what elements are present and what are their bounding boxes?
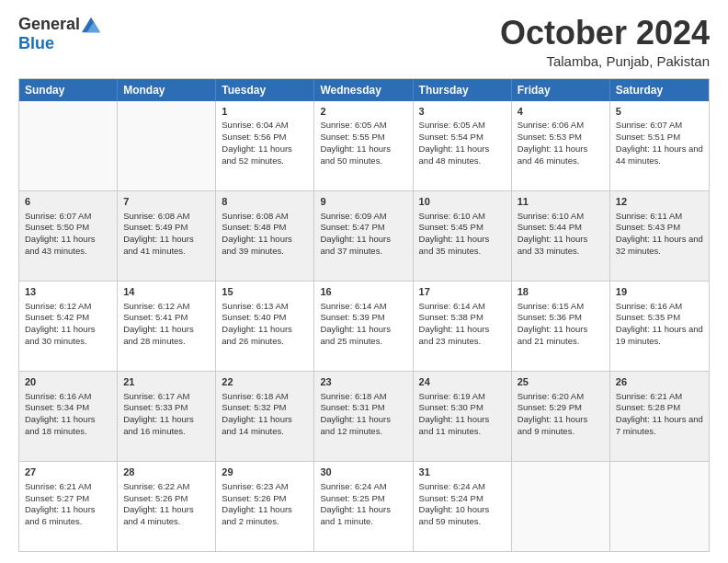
calendar-cell-r1-c1: 7Sunrise: 6:08 AMSunset: 5:49 PMDaylight… xyxy=(118,191,216,281)
sunrise-text: Sunrise: 6:12 AM xyxy=(25,301,91,311)
sunset-text: Sunset: 5:50 PM xyxy=(25,222,89,232)
calendar-row-0: 1Sunrise: 6:04 AMSunset: 5:56 PMDaylight… xyxy=(19,101,709,190)
daylight-text: Daylight: 11 hours and 44 minutes. xyxy=(616,144,703,166)
daylight-text: Daylight: 11 hours and 16 minutes. xyxy=(123,414,194,436)
day-number: 28 xyxy=(123,465,210,479)
day-number: 25 xyxy=(518,375,604,389)
daylight-text: Daylight: 11 hours and 26 minutes. xyxy=(222,324,292,346)
logo-general: General xyxy=(18,15,80,34)
calendar-cell-r1-c0: 6Sunrise: 6:07 AMSunset: 5:50 PMDaylight… xyxy=(19,191,118,281)
header-thursday: Thursday xyxy=(414,79,512,101)
day-number: 11 xyxy=(518,195,604,209)
sunrise-text: Sunrise: 6:24 AM xyxy=(320,481,386,491)
location-title: Talamba, Punjab, Pakistan xyxy=(500,53,710,69)
day-number: 5 xyxy=(616,105,703,119)
sunrise-text: Sunrise: 6:04 AM xyxy=(222,120,288,130)
calendar-cell-r3-c2: 22Sunrise: 6:18 AMSunset: 5:32 PMDayligh… xyxy=(216,372,314,461)
sunset-text: Sunset: 5:33 PM xyxy=(123,402,188,412)
sunset-text: Sunset: 5:27 PM xyxy=(25,493,89,503)
sunrise-text: Sunrise: 6:16 AM xyxy=(616,301,682,311)
calendar-cell-r2-c3: 16Sunrise: 6:14 AMSunset: 5:39 PMDayligh… xyxy=(314,282,413,371)
daylight-text: Daylight: 11 hours and 35 minutes. xyxy=(419,234,490,256)
day-number: 14 xyxy=(123,285,210,299)
daylight-text: Daylight: 11 hours and 7 minutes. xyxy=(616,414,703,436)
calendar-cell-r2-c1: 14Sunrise: 6:12 AMSunset: 5:41 PMDayligh… xyxy=(118,282,216,371)
daylight-text: Daylight: 11 hours and 43 minutes. xyxy=(25,234,96,256)
sunrise-text: Sunrise: 6:21 AM xyxy=(25,481,91,491)
calendar-cell-r2-c5: 18Sunrise: 6:15 AMSunset: 5:36 PMDayligh… xyxy=(512,282,610,371)
daylight-text: Daylight: 11 hours and 52 minutes. xyxy=(222,144,292,166)
sunset-text: Sunset: 5:48 PM xyxy=(222,222,286,232)
day-number: 6 xyxy=(25,195,111,209)
daylight-text: Daylight: 11 hours and 14 minutes. xyxy=(222,414,292,436)
calendar-cell-r2-c0: 13Sunrise: 6:12 AMSunset: 5:42 PMDayligh… xyxy=(19,282,118,371)
calendar-cell-r0-c1 xyxy=(118,101,216,190)
sunrise-text: Sunrise: 6:18 AM xyxy=(320,391,386,401)
day-number: 3 xyxy=(419,105,506,119)
day-number: 17 xyxy=(419,285,506,299)
daylight-text: Daylight: 11 hours and 46 minutes. xyxy=(518,144,588,166)
calendar-cell-r4-c5 xyxy=(512,462,610,551)
logo-icon xyxy=(82,17,100,33)
daylight-text: Daylight: 11 hours and 25 minutes. xyxy=(320,324,391,346)
sunrise-text: Sunrise: 6:20 AM xyxy=(518,391,584,401)
sunset-text: Sunset: 5:41 PM xyxy=(123,312,188,322)
header: General Blue October 2024 Talamba, Punja… xyxy=(18,15,710,69)
calendar-cell-r0-c2: 1Sunrise: 6:04 AMSunset: 5:56 PMDaylight… xyxy=(216,101,314,190)
calendar-cell-r1-c4: 10Sunrise: 6:10 AMSunset: 5:45 PMDayligh… xyxy=(414,191,512,281)
daylight-text: Daylight: 11 hours and 50 minutes. xyxy=(320,144,391,166)
daylight-text: Daylight: 11 hours and 4 minutes. xyxy=(123,504,194,526)
sunset-text: Sunset: 5:40 PM xyxy=(222,312,286,322)
calendar-row-4: 27Sunrise: 6:21 AMSunset: 5:27 PMDayligh… xyxy=(19,461,709,551)
sunset-text: Sunset: 5:26 PM xyxy=(123,493,188,503)
calendar-cell-r4-c0: 27Sunrise: 6:21 AMSunset: 5:27 PMDayligh… xyxy=(19,462,118,551)
sunset-text: Sunset: 5:45 PM xyxy=(419,222,483,232)
daylight-text: Daylight: 11 hours and 12 minutes. xyxy=(320,414,391,436)
day-number: 22 xyxy=(222,375,308,389)
header-wednesday: Wednesday xyxy=(314,79,413,101)
day-number: 13 xyxy=(25,285,111,299)
daylight-text: Daylight: 11 hours and 48 minutes. xyxy=(419,144,490,166)
calendar-body: 1Sunrise: 6:04 AMSunset: 5:56 PMDaylight… xyxy=(19,101,709,551)
sunset-text: Sunset: 5:47 PM xyxy=(320,222,384,232)
sunset-text: Sunset: 5:31 PM xyxy=(320,402,384,412)
sunset-text: Sunset: 5:42 PM xyxy=(25,312,89,322)
sunset-text: Sunset: 5:49 PM xyxy=(123,222,188,232)
sunset-text: Sunset: 5:35 PM xyxy=(616,312,680,322)
sunset-text: Sunset: 5:44 PM xyxy=(518,222,582,232)
sunset-text: Sunset: 5:32 PM xyxy=(222,402,286,412)
sunrise-text: Sunrise: 6:07 AM xyxy=(25,211,91,221)
day-number: 1 xyxy=(222,105,308,119)
calendar-row-2: 13Sunrise: 6:12 AMSunset: 5:42 PMDayligh… xyxy=(19,281,709,371)
sunset-text: Sunset: 5:30 PM xyxy=(419,402,483,412)
day-number: 24 xyxy=(419,375,506,389)
sunrise-text: Sunrise: 6:08 AM xyxy=(222,211,288,221)
calendar-cell-r4-c1: 28Sunrise: 6:22 AMSunset: 5:26 PMDayligh… xyxy=(118,462,216,551)
page: General Blue October 2024 Talamba, Punja… xyxy=(0,0,728,563)
daylight-text: Daylight: 11 hours and 19 minutes. xyxy=(616,324,703,346)
sunset-text: Sunset: 5:55 PM xyxy=(320,132,384,142)
calendar-cell-r1-c3: 9Sunrise: 6:09 AMSunset: 5:47 PMDaylight… xyxy=(314,191,413,281)
logo-blue-text: Blue xyxy=(18,34,54,52)
day-number: 9 xyxy=(320,195,406,209)
sunset-text: Sunset: 5:54 PM xyxy=(419,132,483,142)
daylight-text: Daylight: 11 hours and 28 minutes. xyxy=(123,324,194,346)
calendar: Sunday Monday Tuesday Wednesday Thursday… xyxy=(18,78,710,552)
logo-text: General xyxy=(18,15,100,34)
sunrise-text: Sunrise: 6:05 AM xyxy=(419,120,485,130)
calendar-cell-r4-c6 xyxy=(610,462,709,551)
sunset-text: Sunset: 5:56 PM xyxy=(222,132,286,142)
daylight-text: Daylight: 11 hours and 39 minutes. xyxy=(222,234,292,256)
sunset-text: Sunset: 5:25 PM xyxy=(320,493,384,503)
sunrise-text: Sunrise: 6:24 AM xyxy=(419,481,485,491)
daylight-text: Daylight: 11 hours and 37 minutes. xyxy=(320,234,391,256)
day-number: 21 xyxy=(123,375,210,389)
sunrise-text: Sunrise: 6:19 AM xyxy=(419,391,485,401)
calendar-cell-r2-c6: 19Sunrise: 6:16 AMSunset: 5:35 PMDayligh… xyxy=(610,282,709,371)
sunrise-text: Sunrise: 6:09 AM xyxy=(320,211,386,221)
sunrise-text: Sunrise: 6:10 AM xyxy=(419,211,485,221)
sunrise-text: Sunrise: 6:06 AM xyxy=(518,120,584,130)
daylight-text: Daylight: 11 hours and 30 minutes. xyxy=(25,324,96,346)
calendar-cell-r0-c0 xyxy=(19,101,118,190)
day-number: 12 xyxy=(616,195,703,209)
